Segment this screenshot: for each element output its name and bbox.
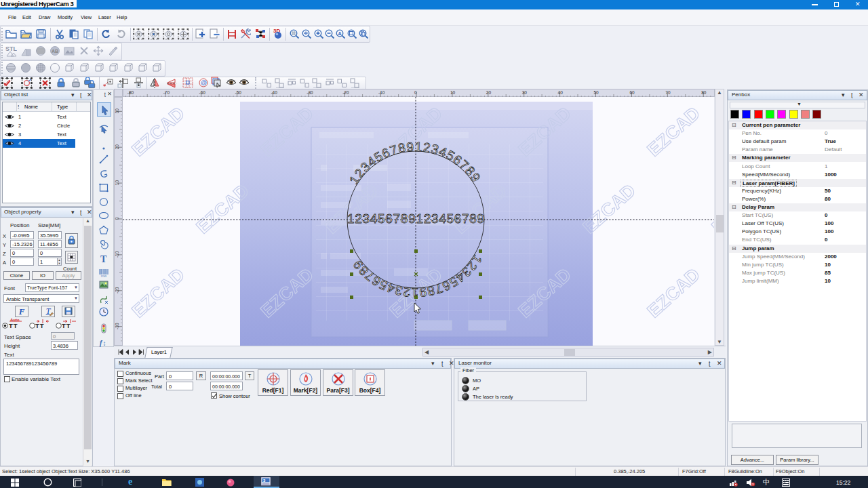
svg-text:STL: STL xyxy=(5,45,17,52)
svg-text:40: 40 xyxy=(558,90,564,95)
svg-text:-10: -10 xyxy=(378,90,385,95)
svg-text:-60: -60 xyxy=(199,90,206,95)
svg-text:10: 10 xyxy=(115,180,119,186)
svg-text:50: 50 xyxy=(594,90,599,95)
svg-text:30: 30 xyxy=(115,108,119,114)
svg-text:-10: -10 xyxy=(115,251,119,258)
svg-text:20: 20 xyxy=(486,90,492,95)
svg-text:-80: -80 xyxy=(127,90,134,95)
svg-text:60: 60 xyxy=(629,90,635,95)
svg-text:20: 20 xyxy=(115,144,119,150)
svg-text:-20: -20 xyxy=(342,90,349,95)
svg-text:AB: AB xyxy=(52,49,58,54)
svg-text:0: 0 xyxy=(414,90,417,95)
svg-text:10: 10 xyxy=(450,90,456,95)
svg-text:-40: -40 xyxy=(271,90,277,95)
svg-text:123456789123456789: 123456789123456789 xyxy=(347,211,485,226)
svg-text:30: 30 xyxy=(522,90,528,95)
svg-text:-30: -30 xyxy=(115,323,119,329)
svg-text:80: 80 xyxy=(701,90,707,95)
svg-text:ƒ↕: ƒ↕ xyxy=(99,340,106,347)
svg-text:A: A xyxy=(338,31,342,36)
svg-text:0: 0 xyxy=(115,217,119,220)
svg-text:@: @ xyxy=(201,79,207,86)
svg-text:-30: -30 xyxy=(307,90,313,95)
svg-text:T: T xyxy=(100,254,107,264)
svg-text:-70: -70 xyxy=(163,90,170,95)
svg-text:-50: -50 xyxy=(235,90,242,95)
svg-text:-20: -20 xyxy=(115,287,119,293)
svg-text:70: 70 xyxy=(665,90,671,95)
